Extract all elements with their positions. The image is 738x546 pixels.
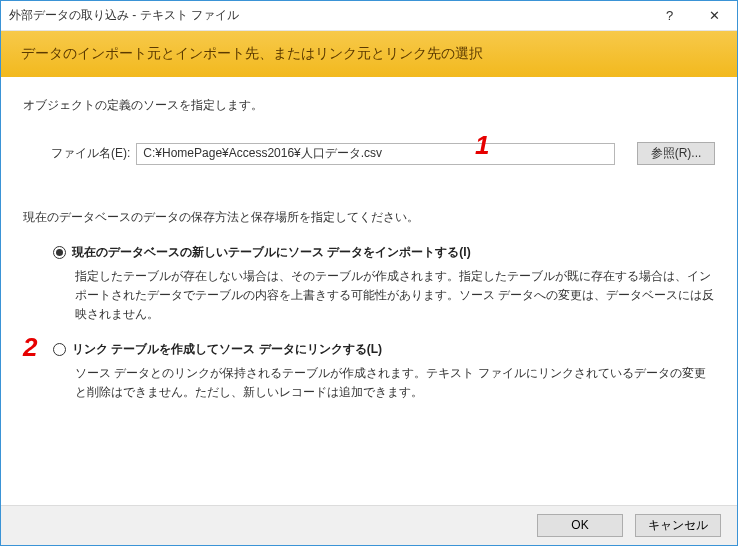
header-band: データのインポート元とインポート先、またはリンク元とリンク先の選択 [1, 31, 737, 77]
option-link-desc: ソース データとのリンクが保持されるテーブルが作成されます。テキスト ファイルに… [75, 364, 715, 402]
button-bar: OK キャンセル [1, 505, 737, 545]
browse-button[interactable]: 参照(R)... [637, 142, 715, 165]
option-link-head[interactable]: リンク テーブルを作成してソース データにリンクする(L) [53, 341, 715, 358]
content-area: オブジェクトの定義のソースを指定します。 ファイル名(E): 参照(R)... … [1, 77, 737, 505]
header-text: データのインポート元とインポート先、またはリンク元とリンク先の選択 [21, 45, 483, 61]
option-import-desc: 指定したテーブルが存在しない場合は、そのテーブルが作成されます。指定したテーブル… [75, 267, 715, 325]
radio-import[interactable] [53, 246, 66, 259]
option-link-title: リンク テーブルを作成してソース データにリンクする(L) [72, 341, 382, 358]
option-import-title: 現在のデータベースの新しいテーブルにソース データをインポートする(I) [72, 244, 471, 261]
option-import-head[interactable]: 現在のデータベースの新しいテーブルにソース データをインポートする(I) [53, 244, 715, 261]
annotation-2: 2 [23, 332, 37, 363]
window-title: 外部データの取り込み - テキスト ファイル [1, 7, 647, 24]
file-row: ファイル名(E): 参照(R)... 1 [51, 142, 715, 165]
intro-text: オブジェクトの定義のソースを指定します。 [23, 97, 715, 114]
file-input[interactable] [136, 143, 615, 165]
cancel-button[interactable]: キャンセル [635, 514, 721, 537]
titlebar: 外部データの取り込み - テキスト ファイル ? ✕ [1, 1, 737, 31]
dialog-window: 外部データの取り込み - テキスト ファイル ? ✕ データのインポート元とイン… [0, 0, 738, 546]
close-icon[interactable]: ✕ [692, 1, 737, 31]
option-import: 現在のデータベースの新しいテーブルにソース データをインポートする(I) 指定し… [53, 244, 715, 325]
instruction-text: 現在のデータベースのデータの保存方法と保存場所を指定してください。 [23, 209, 715, 226]
ok-button[interactable]: OK [537, 514, 623, 537]
file-label: ファイル名(E): [51, 145, 130, 162]
help-icon[interactable]: ? [647, 1, 692, 31]
radio-link[interactable] [53, 343, 66, 356]
option-link: リンク テーブルを作成してソース データにリンクする(L) ソース データとのリ… [53, 341, 715, 402]
